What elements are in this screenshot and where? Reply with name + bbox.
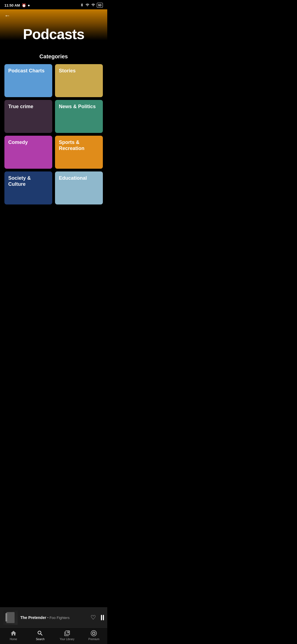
category-card-podcast-charts[interactable]: Podcast Charts — [4, 64, 52, 97]
time-display: 11:50 AM — [4, 3, 20, 7]
signal-icon — [85, 3, 90, 8]
status-left: 11:50 AM ⏰ ● — [4, 3, 30, 7]
hero-section: ← Podcasts — [0, 9, 107, 53]
page-title: Podcasts — [0, 9, 107, 48]
category-card-stories[interactable]: Stories — [55, 64, 103, 97]
category-card-true-crime[interactable]: True crime — [4, 100, 52, 133]
spotify-status-icon: ● — [28, 3, 30, 7]
category-label: True crime — [8, 104, 33, 110]
battery-indicator: 93 — [97, 3, 103, 8]
categories-section: Categories Podcast ChartsStoriesTrue cri… — [0, 53, 107, 210]
category-label: Educational — [59, 175, 87, 181]
category-label: News & Politics — [59, 104, 96, 110]
category-label: Podcast Charts — [8, 68, 45, 74]
categories-heading: Categories — [4, 53, 103, 60]
status-right: 93 — [80, 3, 103, 8]
status-bar: 11:50 AM ⏰ ● 93 — [0, 0, 107, 9]
wifi-icon — [91, 3, 95, 8]
category-card-news--politics[interactable]: News & Politics — [55, 100, 103, 133]
category-label: Sports & Recreation — [59, 140, 99, 151]
category-card-comedy[interactable]: Comedy — [4, 136, 52, 169]
category-label: Stories — [59, 68, 76, 74]
category-label: Comedy — [8, 140, 28, 146]
alarm-icon: ⏰ — [22, 3, 26, 7]
category-card-educational[interactable]: Educational — [55, 171, 103, 204]
category-card-society--culture[interactable]: Society & Culture — [4, 171, 52, 204]
category-label: Society & Culture — [8, 175, 48, 187]
categories-grid: Podcast ChartsStoriesTrue crimeNews & Po… — [4, 64, 103, 204]
back-button[interactable]: ← — [4, 12, 10, 19]
category-card-sports--recreation[interactable]: Sports & Recreation — [55, 136, 103, 169]
bluetooth-icon — [80, 3, 84, 8]
